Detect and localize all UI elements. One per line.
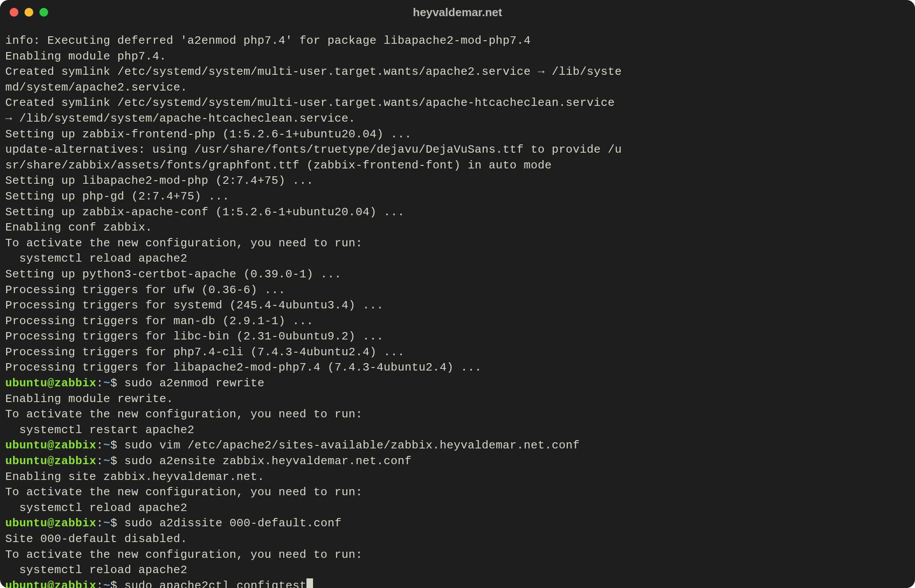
output-line: Setting up zabbix-apache-conf (1:5.2.6-1… [5, 205, 910, 220]
output-line: Enabling module rewrite. [5, 392, 910, 407]
output-line: Site 000-default disabled. [5, 532, 910, 547]
output-line: Setting up libapache2-mod-php (2:7.4+75)… [5, 173, 910, 189]
prompt-path: ~ [103, 579, 110, 588]
command-text: sudo vim /etc/apache2/sites-available/za… [124, 439, 580, 452]
prompt-dollar: $ [110, 579, 117, 588]
prompt-line: ubuntu@zabbix:~$ sudo a2dissite 000-defa… [5, 516, 910, 532]
prompt-dollar: $ [110, 455, 117, 468]
prompt-user: ubuntu [5, 439, 47, 452]
prompt-at: @ [47, 439, 54, 452]
prompt-path: ~ [103, 377, 110, 390]
output-line: Enabling conf zabbix. [5, 220, 910, 236]
cursor [306, 578, 313, 588]
prompt-user: ubuntu [5, 377, 47, 390]
titlebar: heyvaldemar.net [0, 0, 915, 24]
prompt-user: ubuntu [5, 579, 47, 588]
output-line: Setting up python3-certbot-apache (0.39.… [5, 267, 910, 283]
output-line: Enabling site zabbix.heyvaldemar.net. [5, 469, 910, 485]
output-line: Processing triggers for systemd (245.4-4… [5, 298, 910, 314]
prompt-path: ~ [103, 517, 110, 530]
prompt-line: ubuntu@zabbix:~$ sudo a2ensite zabbix.he… [5, 454, 910, 469]
output-line: md/system/apache2.service. [5, 80, 910, 96]
prompt-path: ~ [103, 455, 110, 468]
prompt-line: ubuntu@zabbix:~$ sudo a2enmod rewrite [5, 376, 910, 392]
prompt-user: ubuntu [5, 455, 47, 468]
output-line: Processing triggers for php7.4-cli (7.4.… [5, 345, 910, 360]
output-line: update-alternatives: using /usr/share/fo… [5, 142, 910, 158]
output-line: Enabling module php7.4. [5, 49, 910, 65]
output-line: Processing triggers for libapache2-mod-p… [5, 360, 910, 376]
prompt-line: ubuntu@zabbix:~$ sudo apache2ctl configt… [5, 578, 910, 588]
prompt-colon: : [96, 517, 103, 530]
prompt-dollar: $ [110, 377, 117, 390]
output-line: To activate the new configuration, you n… [5, 485, 910, 500]
output-line: systemctl reload apache2 [5, 251, 910, 267]
output-line: To activate the new configuration, you n… [5, 236, 910, 252]
output-line: Processing triggers for man-db (2.9.1-1)… [5, 314, 910, 329]
command-text: sudo a2ensite zabbix.heyvaldemar.net.con… [124, 455, 412, 468]
output-line: To activate the new configuration, you n… [5, 407, 910, 423]
output-line: sr/share/zabbix/assets/fonts/graphfont.t… [5, 158, 910, 174]
zoom-icon[interactable] [39, 8, 48, 17]
prompt-at: @ [47, 377, 54, 390]
prompt-host: zabbix [54, 455, 96, 468]
prompt-at: @ [47, 579, 54, 588]
prompt-path: ~ [103, 439, 110, 452]
prompt-colon: : [96, 455, 103, 468]
terminal-body[interactable]: info: Executing deferred 'a2enmod php7.4… [0, 24, 915, 588]
prompt-colon: : [96, 439, 103, 452]
prompt-line: ubuntu@zabbix:~$ sudo vim /etc/apache2/s… [5, 438, 910, 454]
terminal-window: heyvaldemar.net info: Executing deferred… [0, 0, 915, 588]
output-line: → /lib/systemd/system/apache-htcacheclea… [5, 111, 910, 127]
prompt-dollar: $ [110, 439, 117, 452]
command-text: sudo apache2ctl configtest [124, 579, 306, 588]
prompt-host: zabbix [54, 439, 96, 452]
output-line: systemctl reload apache2 [5, 500, 910, 516]
prompt-user: ubuntu [5, 517, 47, 530]
output-line: To activate the new configuration, you n… [5, 547, 910, 563]
output-line: systemctl restart apache2 [5, 423, 910, 438]
prompt-at: @ [47, 517, 54, 530]
window-title: heyvaldemar.net [0, 6, 915, 19]
prompt-colon: : [96, 377, 103, 390]
output-line: Setting up zabbix-frontend-php (1:5.2.6-… [5, 127, 910, 143]
output-line: Processing triggers for ufw (0.36-6) ... [5, 283, 910, 298]
output-line: Created symlink /etc/systemd/system/mult… [5, 64, 910, 80]
prompt-dollar: $ [110, 517, 117, 530]
prompt-at: @ [47, 455, 54, 468]
prompt-host: zabbix [54, 579, 96, 588]
command-text: sudo a2enmod rewrite [124, 377, 264, 390]
output-line: Created symlink /etc/systemd/system/mult… [5, 95, 910, 111]
output-line: systemctl reload apache2 [5, 563, 910, 578]
prompt-colon: : [96, 579, 103, 588]
close-icon[interactable] [10, 8, 18, 17]
output-line: info: Executing deferred 'a2enmod php7.4… [5, 33, 910, 49]
prompt-host: zabbix [54, 377, 96, 390]
minimize-icon[interactable] [25, 8, 33, 17]
window-controls [10, 8, 48, 17]
output-line: Setting up php-gd (2:7.4+75) ... [5, 189, 910, 205]
output-line: Processing triggers for libc-bin (2.31-0… [5, 329, 910, 345]
command-text: sudo a2dissite 000-default.conf [124, 517, 341, 530]
prompt-host: zabbix [54, 517, 96, 530]
